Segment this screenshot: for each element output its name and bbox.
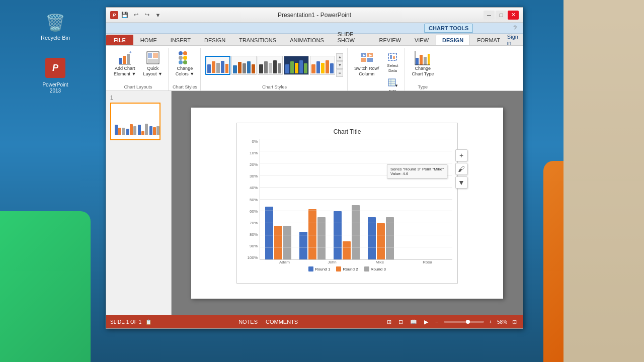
help-btn[interactable]: ? — [513, 25, 517, 32]
notes-btn[interactable]: NOTES — [236, 318, 260, 326]
tab-file[interactable]: FILE — [106, 35, 133, 45]
quick-layout-icon — [145, 50, 161, 66]
y-20: 20% — [250, 162, 258, 167]
add-chart-element-btn[interactable]: + Add ChartElement ▼ — [111, 48, 138, 79]
slide-thumbnail-1[interactable] — [110, 103, 160, 140]
legend-round1: Round 1 — [308, 266, 330, 272]
legend-round2-color — [336, 266, 341, 272]
customize-qat-btn[interactable]: ▼ — [153, 11, 163, 20]
chart-title: Chart Title — [242, 128, 452, 135]
zoom-slider[interactable] — [444, 321, 484, 323]
y-100: 100% — [248, 255, 258, 260]
quick-layout-label: QuickLayout ▼ — [143, 66, 162, 77]
powerpoint-2013-icon[interactable]: P PowerPoint2013 — [35, 55, 75, 97]
chart-style-3[interactable] — [258, 56, 283, 75]
quick-layout-btn[interactable]: QuickLayout ▼ — [140, 48, 165, 79]
slide-notes-icon: 📋 — [145, 319, 151, 325]
chart-filter-float-btn[interactable]: ▼ — [455, 176, 467, 189]
legend-round3-color — [364, 266, 369, 272]
rosa-round2-bar[interactable] — [377, 223, 385, 259]
chart-plot: Series "Round 3" Point "Mike" Value: 4.6 — [260, 139, 452, 260]
select-data-btn[interactable]: SelectData — [383, 50, 401, 74]
tab-design-active[interactable]: DESIGN — [436, 35, 470, 45]
ribbon-group-styles: ▲ ▼ ≡ Chart Styles — [202, 48, 348, 90]
tab-home[interactable]: HOME — [134, 35, 164, 45]
mike-round2-bar[interactable] — [343, 241, 351, 259]
john-round1-bar[interactable] — [299, 232, 307, 259]
reading-view-btn[interactable]: 📖 — [408, 318, 419, 326]
desktop: 🗑️ Recycle Bin P PowerPoint2013 P 💾 ↩ ↪ … — [0, 0, 644, 362]
chart-style-1[interactable] — [205, 56, 230, 75]
chart-style-5[interactable] — [310, 56, 335, 75]
adam-round3-bar[interactable] — [283, 226, 291, 259]
chart-style-4[interactable] — [284, 56, 309, 75]
chart-styles-scroll[interactable]: ▲ ▼ ≡ — [336, 53, 343, 77]
tab-design[interactable]: DESIGN — [198, 35, 232, 45]
john-bars — [299, 209, 326, 259]
adam-round2-bar[interactable] — [274, 226, 282, 259]
change-chart-type-btn[interactable]: ChangeChart Type — [409, 48, 436, 79]
tab-animations[interactable]: ANIMATIONS — [283, 35, 331, 45]
change-colors-content: ChangeColors ▼ — [173, 48, 197, 83]
chart-area: 100% 90% 80% 70% 60% 50% 40% 30% 20% 10% — [242, 139, 452, 260]
svg-text:▼: ▼ — [394, 83, 397, 88]
close-btn[interactable]: ✕ — [508, 11, 519, 20]
tab-view[interactable]: VIEW — [408, 35, 435, 45]
john-round3-bar[interactable] — [317, 217, 326, 259]
sign-in-link[interactable]: Sign in — [507, 34, 521, 46]
rosa-round3-bar[interactable] — [386, 217, 394, 259]
svg-rect-11 — [361, 58, 366, 62]
recycle-bin-icon[interactable]: 🗑️ Recycle Bin — [35, 10, 75, 43]
tab-review[interactable]: REVIEW — [373, 35, 408, 45]
switch-row-column-btn[interactable]: ▶ ▶ Switch Row/Column — [352, 48, 382, 79]
chart-style-2[interactable] — [231, 56, 257, 75]
minimize-btn[interactable]: ─ — [484, 11, 495, 20]
svg-rect-24 — [420, 55, 423, 65]
redo-btn[interactable]: ↪ — [142, 11, 151, 20]
maximize-btn[interactable]: □ — [496, 11, 507, 20]
normal-view-btn[interactable]: ⊞ — [385, 318, 393, 326]
mike-round3-bar[interactable] — [352, 205, 360, 259]
change-chart-type-icon — [415, 50, 431, 66]
tab-transitions[interactable]: TRANSITIONS — [232, 35, 283, 45]
title-bar: P 💾 ↩ ↪ ▼ Presentation1 - PowerPoint ─ □… — [106, 8, 523, 23]
status-right: ⊞ ⊟ 📖 ▶ − + 58% ⊡ — [385, 318, 519, 326]
svg-rect-1 — [123, 56, 126, 64]
john-round2-bar[interactable] — [308, 209, 316, 259]
comments-btn[interactable]: COMMENTS — [264, 318, 300, 326]
chart-container[interactable]: Chart Title 100% 90% 80% 70% 60% 50% 40% — [236, 123, 458, 284]
zoom-in-btn[interactable]: + — [487, 318, 494, 326]
select-data-label: SelectData — [387, 63, 398, 73]
slide-number-label: 1 — [110, 95, 167, 101]
status-center: NOTES COMMENTS — [151, 318, 385, 326]
title-bar-left: P 💾 ↩ ↪ ▼ — [110, 11, 163, 20]
x-label-mike: Mike — [360, 260, 400, 264]
chart-legend: Round 1 Round 2 Round 3 — [242, 266, 452, 272]
ribbon-group-type: ChangeChart Type Type — [406, 48, 439, 90]
svg-rect-15 — [388, 53, 396, 60]
undo-btn[interactable]: ↩ — [131, 11, 140, 20]
slide-sorter-btn[interactable]: ⊟ — [396, 318, 405, 326]
fit-slide-btn[interactable]: ⊡ — [510, 318, 519, 326]
ribbon-group-change-colors: ChangeColors ▼ Chart Styles — [170, 48, 201, 90]
tab-slideshow[interactable]: SLIDE SHOW — [331, 29, 372, 45]
adam-bars — [265, 207, 291, 259]
zoom-thumb — [466, 320, 470, 324]
y-0: 0% — [252, 139, 258, 144]
change-colors-label: ChangeColors ▼ — [176, 66, 194, 77]
quick-save-btn[interactable]: 💾 — [120, 11, 129, 20]
adam-round1-bar[interactable] — [265, 207, 273, 259]
tab-format[interactable]: FORMAT — [470, 35, 507, 45]
tab-insert[interactable]: INSERT — [164, 35, 197, 45]
slide-canvas: Chart Title 100% 90% 80% 70% 60% 50% 40% — [172, 91, 523, 315]
select-data-icon — [386, 51, 398, 63]
zoom-out-btn[interactable]: − — [433, 318, 440, 326]
add-chart-element-float-btn[interactable]: + — [455, 149, 467, 161]
slideshow-btn[interactable]: ▶ — [422, 318, 430, 326]
change-colors-btn[interactable]: ChangeColors ▼ — [173, 48, 197, 79]
x-label-john: John — [312, 260, 352, 264]
chart-style-float-btn[interactable]: 🖌 — [455, 163, 467, 175]
rosa-round1-bar[interactable] — [368, 217, 376, 259]
chart-layouts-content: + Add ChartElement ▼ — [111, 48, 165, 83]
svg-rect-12 — [367, 58, 373, 62]
